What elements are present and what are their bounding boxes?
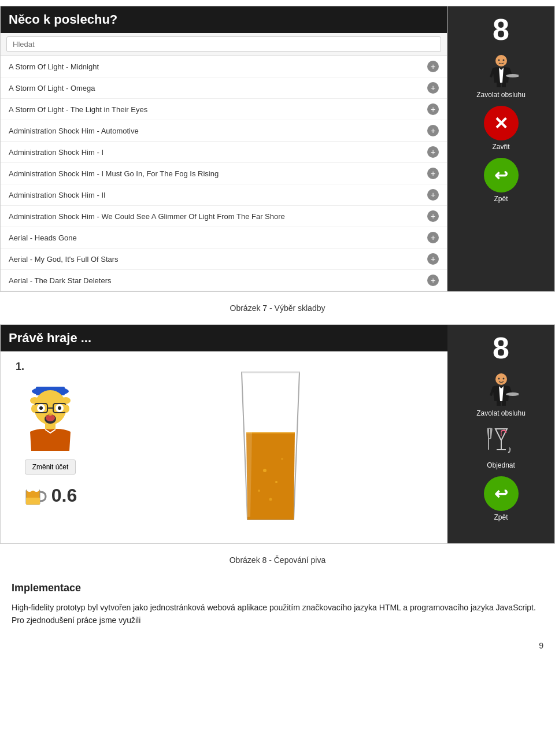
playing-header: Právě hraje ...	[1, 325, 447, 351]
user-section: 1.	[10, 361, 91, 507]
svg-point-17	[39, 406, 43, 410]
add-song-button[interactable]	[427, 61, 439, 72]
waiter-icon-top	[484, 54, 519, 88]
page-number: 9	[0, 636, 555, 655]
svg-point-6	[502, 60, 504, 61]
song-title: Administration Shock Him - We Could See …	[9, 212, 285, 221]
svg-point-29	[34, 487, 39, 492]
playing-content: 1.	[1, 351, 447, 543]
add-song-button[interactable]	[427, 232, 439, 243]
playing-title: Právě hraje ...	[9, 331, 439, 346]
right-panel-top: 8	[447, 6, 554, 291]
beer-glass-svg	[224, 366, 317, 528]
song-item[interactable]: A Storm Of Light - Omega	[1, 77, 447, 99]
song-item[interactable]: Administration Shock Him - II	[1, 184, 447, 206]
svg-text:♪: ♪	[507, 444, 512, 455]
right-panel-bottom: 8 Zavolat obsluhu	[447, 325, 554, 543]
svg-point-34	[281, 458, 283, 460]
song-item[interactable]: Administration Shock Him - We Could See …	[1, 206, 447, 227]
svg-point-31	[275, 481, 278, 483]
svg-point-41	[502, 378, 504, 380]
order-button[interactable]: ♪ Objednat	[453, 424, 549, 469]
svg-rect-4	[502, 83, 506, 87]
svg-rect-3	[497, 83, 501, 87]
search-input[interactable]	[6, 36, 441, 52]
music-title: Něco k poslechu?	[9, 12, 439, 27]
caption-top: Obrázek 7 - Výběr skladby	[0, 298, 555, 318]
call-waiter-button-bottom[interactable]: Zavolat obsluhu	[453, 372, 549, 417]
call-waiter-label-top: Zavolat obsluhu	[476, 91, 526, 99]
footer-section: Implementace High-fidelity prototyp byl …	[0, 570, 555, 636]
order-label: Objednat	[487, 461, 515, 469]
svg-point-18	[58, 406, 61, 410]
song-item[interactable]: Administration Shock Him - Automotive	[1, 120, 447, 142]
song-title: A Storm Of Light - Midnight	[9, 62, 99, 71]
svg-rect-26	[26, 498, 40, 505]
add-song-button[interactable]	[427, 275, 439, 286]
svg-rect-39	[502, 401, 506, 406]
caption-bottom: Obrázek 8 - Čepování piva	[0, 550, 555, 570]
footer-text: High-fidelity prototyp byl vytvořen jako…	[12, 601, 543, 627]
add-song-button[interactable]	[427, 82, 439, 94]
add-song-button[interactable]	[427, 168, 439, 179]
song-item[interactable]: Aerial - The Dark Star Deleters	[1, 270, 447, 291]
call-waiter-label-bottom: Zavolat obsluhu	[476, 409, 526, 417]
beer-glass-container	[102, 361, 438, 534]
back-icon-bottom: ↩	[484, 476, 519, 511]
add-song-button[interactable]	[427, 210, 439, 222]
close-button-top[interactable]: ✕ Zavřit	[453, 106, 549, 151]
song-title: Administration Shock Him - Automotive	[9, 127, 139, 135]
song-item[interactable]: Aerial - Heads Gone	[1, 227, 447, 249]
svg-point-23	[64, 405, 69, 413]
svg-point-21	[49, 413, 52, 416]
song-list: A Storm Of Light - Midnight A Storm Of L…	[1, 56, 447, 291]
back-icon-top: ↩	[484, 158, 519, 192]
add-song-button[interactable]	[427, 125, 439, 136]
top-section: Něco k poslechu? A Storm Of Light - Midn…	[0, 6, 555, 292]
add-song-button[interactable]	[427, 103, 439, 115]
back-label-bottom: Zpět	[494, 513, 508, 521]
song-item[interactable]: A Storm Of Light - Midnight	[1, 56, 447, 77]
song-item[interactable]: Administration Shock Him - I	[1, 142, 447, 163]
svg-point-32	[269, 498, 272, 501]
change-account-button[interactable]: Změnit účet	[25, 459, 76, 475]
song-item[interactable]: A Storm Of Light - The Light in Their Ey…	[1, 99, 447, 120]
footer-heading: Implementace	[12, 580, 543, 596]
close-label-top: Zavřit	[493, 143, 510, 151]
back-button-top[interactable]: ↩ Zpět	[453, 158, 549, 203]
back-label-top: Zpět	[494, 195, 508, 203]
song-title: Aerial - My God, It's Full Of Stars	[9, 255, 119, 264]
close-icon-top: ✕	[484, 106, 519, 140]
svg-point-22	[31, 405, 37, 413]
music-header: Něco k poslechu?	[1, 6, 447, 33]
song-item[interactable]: Aerial - My God, It's Full Of Stars	[1, 249, 447, 270]
bottom-section: Právě hraje ... 1.	[0, 324, 555, 544]
svg-point-30	[263, 469, 267, 472]
svg-point-33	[258, 490, 260, 492]
add-song-button[interactable]	[427, 146, 439, 158]
svg-rect-38	[497, 401, 501, 406]
svg-point-35	[495, 373, 507, 385]
add-song-button[interactable]	[427, 253, 439, 265]
song-title: Administration Shock Him - II	[9, 191, 106, 199]
song-title: Aerial - Heads Gone	[9, 234, 77, 242]
milhouse-avatar	[18, 379, 82, 454]
song-title: A Storm Of Light - Omega	[9, 84, 95, 92]
song-title: A Storm Of Light - The Light in Their Ey…	[9, 105, 147, 114]
add-song-button[interactable]	[427, 189, 439, 201]
svg-point-5	[498, 60, 500, 61]
track-number: 1.	[16, 361, 24, 373]
back-button-bottom[interactable]: ↩ Zpět	[453, 476, 549, 521]
waiter-icon-bottom	[484, 372, 519, 407]
beer-count-value: 0.6	[51, 485, 77, 506]
song-title: Administration Shock Him - I	[9, 148, 103, 157]
svg-point-0	[495, 55, 507, 66]
song-item[interactable]: Administration Shock Him - I Must Go In,…	[1, 163, 447, 184]
song-title: Aerial - The Dark Star Deleters	[9, 276, 112, 285]
order-icon: ♪	[484, 424, 519, 459]
beer-mug-icon	[24, 484, 47, 507]
beer-counter: 0.6	[24, 484, 77, 507]
call-waiter-button-top[interactable]: Zavolat obsluhu	[453, 54, 549, 99]
table-number-bottom: 8	[453, 331, 549, 365]
music-panel: Něco k poslechu? A Storm Of Light - Midn…	[1, 6, 447, 291]
